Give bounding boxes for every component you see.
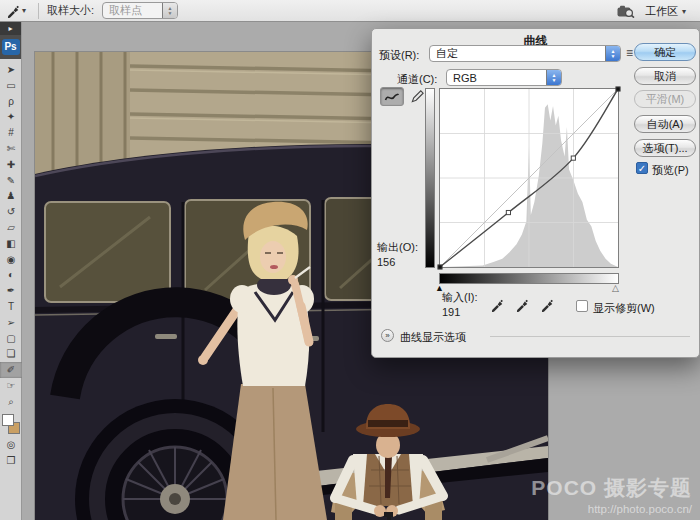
- hand-tool[interactable]: ☞: [0, 378, 22, 394]
- pencil-mode-icon[interactable]: [410, 89, 425, 104]
- black-point-eyedropper-icon[interactable]: [490, 298, 504, 312]
- photoshop-window: ▾ 取样大小: 取样点 ▲▼ 工作区 ▾ ▸ Ps ➤▭ρ✦#✄✚✎♟↺▱◧◉◐…: [0, 0, 700, 520]
- output-value: 156: [377, 256, 395, 268]
- zoom-tool[interactable]: ⌕: [0, 394, 22, 410]
- curve-display-options-label[interactable]: 曲线显示选项: [400, 330, 466, 345]
- workspace-button[interactable]: 工作区: [645, 4, 678, 19]
- preview-label: 预览(P): [652, 163, 689, 178]
- input-gradient-bar: [439, 273, 619, 284]
- brush-tool[interactable]: ✎: [0, 173, 22, 189]
- edit-points-mode-button[interactable]: [380, 87, 404, 106]
- channel-value: RGB: [453, 72, 542, 84]
- foreground-color-swatch[interactable]: [2, 414, 14, 426]
- ps-logo: Ps: [2, 39, 20, 55]
- clone-stamp-tool[interactable]: ♟: [0, 188, 22, 204]
- auto-button[interactable]: 自动(A): [634, 115, 696, 133]
- slice-tool[interactable]: ✄: [0, 141, 22, 157]
- quick-mask-icon[interactable]: ◎: [0, 438, 22, 452]
- smooth-button: 平滑(M): [634, 90, 696, 108]
- channel-label: 通道(C):: [397, 72, 437, 87]
- tool-palette: ▸ Ps ➤▭ρ✦#✄✚✎♟↺▱◧◉◐✒T➢▢❏✐☞⌕ ◎ ❐: [0, 22, 22, 520]
- path-selection-tool[interactable]: ➢: [0, 315, 22, 331]
- ok-button[interactable]: 确定: [634, 43, 696, 61]
- watermark-url: http://photo.poco.cn/: [531, 503, 692, 515]
- quick-selection-tool[interactable]: ✦: [0, 109, 22, 125]
- show-clipping-checkbox[interactable]: [576, 300, 588, 312]
- white-point-eyedropper-icon[interactable]: [540, 298, 554, 312]
- preset-value: 自定: [436, 46, 601, 61]
- preset-menu-icon[interactable]: ≡: [626, 46, 633, 60]
- sample-size-select[interactable]: 取样点 ▲▼: [102, 2, 178, 19]
- healing-brush-tool[interactable]: ✚: [0, 157, 22, 173]
- gray-point-eyedropper-icon[interactable]: [515, 298, 529, 312]
- curves-dialog: 曲线 预设(R): 自定 ▲▼ ≡ 通道(C): RGB ▲▼ ▲ △ 输出(O…: [371, 28, 700, 358]
- app-logo-strip: Ps: [0, 35, 21, 59]
- pen-tool[interactable]: ✒: [0, 283, 22, 299]
- history-brush-tool[interactable]: ↺: [0, 204, 22, 220]
- cancel-button[interactable]: 取消: [634, 67, 696, 85]
- color-swatches[interactable]: [2, 414, 20, 434]
- preset-label: 预设(R):: [379, 48, 419, 63]
- blur-tool[interactable]: ◉: [0, 252, 22, 268]
- channel-select[interactable]: RGB ▲▼: [446, 69, 562, 86]
- bridge-launch-icon[interactable]: [617, 5, 635, 18]
- white-point-slider[interactable]: △: [612, 284, 619, 293]
- marquee-tool[interactable]: ▭: [0, 78, 22, 94]
- options-button[interactable]: 选项(T)...: [634, 139, 696, 157]
- tool-list: ➤▭ρ✦#✄✚✎♟↺▱◧◉◐✒T➢▢❏✐☞⌕: [0, 59, 21, 410]
- curve-icon: [384, 91, 400, 103]
- collapse-arrow-icon[interactable]: ▸: [0, 22, 21, 35]
- notes-tool[interactable]: ❏: [0, 346, 22, 362]
- curve-grid[interactable]: [439, 88, 619, 268]
- screen-mode-icon[interactable]: ❐: [0, 454, 22, 468]
- stepper-icon: ▲▼: [605, 46, 620, 61]
- chevron-down-icon[interactable]: ▾: [22, 6, 26, 15]
- watermark-title: POCO 摄影专题: [531, 474, 692, 502]
- expand-options-icon[interactable]: »: [381, 329, 394, 342]
- move-tool[interactable]: ➤: [0, 62, 22, 78]
- sample-size-label: 取样大小:: [47, 3, 94, 18]
- separator: [38, 3, 39, 19]
- preview-checkbox[interactable]: ✓: [636, 162, 648, 174]
- dodge-tool[interactable]: ◐: [0, 267, 22, 283]
- chevron-down-icon: ▾: [682, 7, 686, 16]
- gradient-tool[interactable]: ◧: [0, 236, 22, 252]
- input-label: 输入(I):: [442, 290, 477, 305]
- show-clipping-label: 显示修剪(W): [593, 301, 655, 316]
- input-value: 191: [442, 306, 460, 318]
- crop-tool[interactable]: #: [0, 125, 22, 141]
- stepper-icon: ▲▼: [546, 70, 561, 85]
- watermark: POCO 摄影专题 http://photo.poco.cn/: [531, 474, 692, 515]
- output-label: 输出(O):: [377, 240, 418, 255]
- eyedropper-tool[interactable]: ✐: [0, 362, 22, 378]
- eraser-tool[interactable]: ▱: [0, 220, 22, 236]
- divider: [490, 336, 690, 337]
- stepper-icon: ▲▼: [162, 3, 177, 18]
- type-tool[interactable]: T: [0, 299, 22, 315]
- sample-size-value: 取样点: [109, 3, 158, 18]
- options-bar: ▾ 取样大小: 取样点 ▲▼ 工作区 ▾: [0, 0, 700, 22]
- shape-tool[interactable]: ▢: [0, 331, 22, 347]
- output-gradient-bar: [425, 88, 435, 268]
- lasso-tool[interactable]: ρ: [0, 94, 22, 110]
- eyedropper-tool-icon[interactable]: [6, 4, 20, 18]
- preset-select[interactable]: 自定 ▲▼: [429, 45, 621, 62]
